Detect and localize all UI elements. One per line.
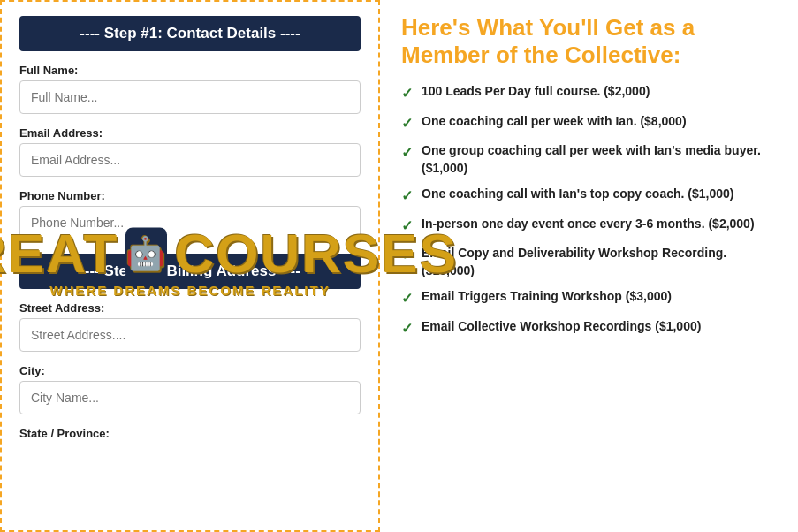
check-icon: ✓ xyxy=(401,289,413,308)
state-group: State / Province: xyxy=(19,427,361,440)
benefit-item: ✓100 Leads Per Day full course. ($2,000) xyxy=(401,83,777,103)
benefit-text: One coaching call with Ian's top copy co… xyxy=(422,186,733,203)
benefit-text: One group coaching call per week with Ia… xyxy=(422,142,777,177)
check-icon: ✓ xyxy=(401,246,413,265)
city-group: City: xyxy=(19,364,361,425)
email-label: Email Address: xyxy=(19,126,361,140)
state-label: State / Province: xyxy=(19,427,361,440)
benefit-text: Email Triggers Training Workshop ($3,000… xyxy=(422,288,672,306)
phone-label: Phone Number: xyxy=(19,189,361,202)
phone-input[interactable] xyxy=(19,206,361,239)
benefit-item: ✓One coaching call per week with Ian. ($… xyxy=(401,113,777,133)
email-input[interactable] xyxy=(19,143,361,177)
benefit-text: Email Collective Workshop Recordings ($1… xyxy=(422,318,701,336)
benefit-text: 100 Leads Per Day full course. ($2,000) xyxy=(422,83,650,101)
benefit-item: ✓One coaching call with Ian's top copy c… xyxy=(401,186,777,206)
benefit-text: In-person one day event once every 3-6 m… xyxy=(422,216,755,233)
street-group: Street Address: xyxy=(19,301,361,362)
step2-header: ---- Step #2: Billing Address ---- xyxy=(19,254,361,289)
check-icon: ✓ xyxy=(401,319,413,338)
street-input[interactable] xyxy=(19,318,361,352)
step1-header: ---- Step #1: Contact Details ---- xyxy=(19,16,361,51)
step2-label: ---- Step #2: Billing Address ---- xyxy=(80,262,300,279)
street-label: Street Address: xyxy=(19,301,361,315)
check-icon: ✓ xyxy=(401,186,413,206)
full-name-label: Full Name: xyxy=(19,64,361,77)
step1-label: ---- Step #1: Contact Details ---- xyxy=(80,25,300,42)
benefit-text: Email Copy and Deliverability Workshop R… xyxy=(422,245,777,279)
benefit-item: ✓One group coaching call per week with I… xyxy=(401,142,777,177)
email-group: Email Address: xyxy=(19,126,361,187)
benefits-list: ✓100 Leads Per Day full course. ($2,000)… xyxy=(401,83,777,338)
right-panel: Here's What You'll Get as a Member of th… xyxy=(380,0,798,532)
check-icon: ✓ xyxy=(401,217,413,236)
city-label: City: xyxy=(19,364,361,377)
full-name-group: Full Name: xyxy=(19,64,361,125)
right-title: Here's What You'll Get as a Member of th… xyxy=(401,14,777,69)
left-panel: ---- Step #1: Contact Details ---- Full … xyxy=(0,0,380,532)
check-icon: ✓ xyxy=(401,143,413,163)
benefit-item: ✓Email Triggers Training Workshop ($3,00… xyxy=(401,288,777,308)
benefit-text: One coaching call per week with Ian. ($8… xyxy=(422,113,687,131)
benefit-item: ✓Email Copy and Deliverability Workshop … xyxy=(401,245,777,279)
phone-group: Phone Number: xyxy=(19,189,361,250)
benefit-item: ✓Email Collective Workshop Recordings ($… xyxy=(401,318,777,338)
city-input[interactable] xyxy=(19,381,361,414)
full-name-input[interactable] xyxy=(19,80,361,114)
benefit-item: ✓In-person one day event once every 3-6 … xyxy=(401,216,777,236)
check-icon: ✓ xyxy=(401,114,413,133)
check-icon: ✓ xyxy=(401,84,413,103)
